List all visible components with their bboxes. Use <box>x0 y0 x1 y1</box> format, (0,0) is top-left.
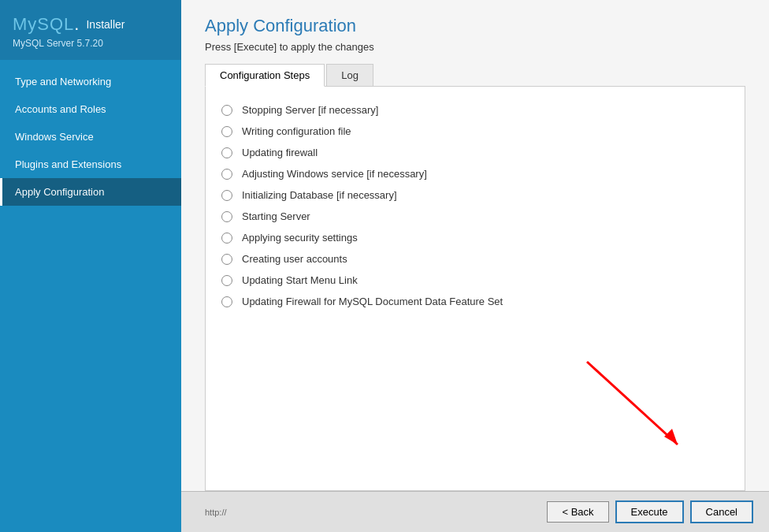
step-label-security-settings: Applying security settings <box>242 232 358 244</box>
sidebar-item-accounts-roles[interactable]: Accounts and Roles <box>0 95 181 123</box>
steps-panel: Stopping Server [if necessary] Writing c… <box>205 87 745 491</box>
step-create-accounts: Creating user accounts <box>221 248 729 270</box>
step-update-firewall-docdata: Updating Firewall for MySQL Document Dat… <box>221 291 729 312</box>
sidebar-item-apply-configuration[interactable]: Apply Configuration <box>0 178 181 206</box>
step-label-update-firewall: Updating firewall <box>242 147 318 158</box>
step-radio-write-config <box>221 126 232 137</box>
sidebar-item-windows-service[interactable]: Windows Service <box>0 123 181 151</box>
step-label-init-db: Initializing Database [if necessary] <box>242 189 397 201</box>
bottom-bar: http:// < Back Execute Cancel <box>181 491 769 532</box>
step-start-server: Starting Server <box>221 206 729 227</box>
sidebar-item-type-networking[interactable]: Type and Networking <box>0 68 181 95</box>
step-radio-stop-server <box>221 105 232 116</box>
page-title: Apply Configuration <box>205 16 745 36</box>
sidebar-item-plugins-extensions[interactable]: Plugins and Extensions <box>0 151 181 178</box>
step-update-startmenu: Updating Start Menu Link <box>221 270 729 291</box>
sidebar-logo: MySQL. Installer <box>13 14 169 35</box>
installer-label: Installer <box>86 18 124 31</box>
svg-marker-1 <box>664 429 678 445</box>
execute-button[interactable]: Execute <box>615 500 684 523</box>
step-radio-update-firewall-docdata <box>221 296 232 307</box>
sidebar-nav: Type and Networking Accounts and Roles W… <box>0 60 181 532</box>
step-radio-create-accounts <box>221 254 232 265</box>
step-label-stop-server: Stopping Server [if necessary] <box>242 104 378 116</box>
svg-line-0 <box>587 362 678 445</box>
step-radio-adjust-service <box>221 169 232 180</box>
step-radio-security-settings <box>221 233 232 244</box>
back-button[interactable]: < Back <box>547 501 608 523</box>
arrow-overlay <box>571 354 697 459</box>
cancel-button[interactable]: Cancel <box>690 500 753 523</box>
tab-configuration-steps[interactable]: Configuration Steps <box>205 64 325 87</box>
step-update-firewall: Updating firewall <box>221 142 729 163</box>
page-subtitle: Press [Execute] to apply the changes <box>205 41 745 53</box>
tab-bar: Configuration Steps Log <box>205 64 745 87</box>
sidebar-header: MySQL. Installer MySQL Server 5.7.20 <box>0 0 181 60</box>
server-version: MySQL Server 5.7.20 <box>13 38 169 49</box>
tab-log[interactable]: Log <box>326 64 373 86</box>
sidebar: MySQL. Installer MySQL Server 5.7.20 Typ… <box>0 0 181 532</box>
step-write-config: Writing configuration file <box>221 121 729 142</box>
main-content: Apply Configuration Press [Execute] to a… <box>181 0 769 491</box>
step-label-start-server: Starting Server <box>242 210 310 222</box>
step-security-settings: Applying security settings <box>221 227 729 248</box>
step-init-db: Initializing Database [if necessary] <box>221 184 729 206</box>
mysql-logo-text: MySQL. <box>13 14 80 35</box>
step-radio-init-db <box>221 190 232 201</box>
step-label-update-firewall-docdata: Updating Firewall for MySQL Document Dat… <box>242 296 503 307</box>
step-radio-start-server <box>221 211 232 222</box>
status-text: http:// <box>197 508 541 517</box>
step-label-update-startmenu: Updating Start Menu Link <box>242 274 358 286</box>
step-radio-update-firewall <box>221 147 232 158</box>
step-radio-update-startmenu <box>221 275 232 286</box>
step-stop-server: Stopping Server [if necessary] <box>221 99 729 121</box>
step-label-write-config: Writing configuration file <box>242 125 351 137</box>
step-label-create-accounts: Creating user accounts <box>242 253 347 265</box>
step-adjust-service: Adjusting Windows service [if necessary] <box>221 163 729 184</box>
step-label-adjust-service: Adjusting Windows service [if necessary] <box>242 168 427 180</box>
